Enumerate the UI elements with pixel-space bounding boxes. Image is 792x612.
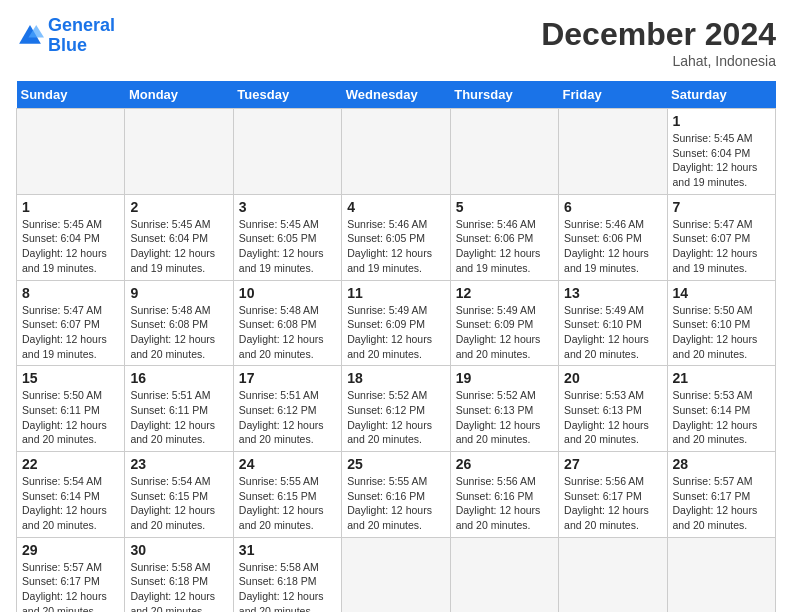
col-header-friday: Friday [559,81,667,109]
day-number: 1 [673,113,770,129]
calendar-cell: 16Sunrise: 5:51 AMSunset: 6:11 PMDayligh… [125,366,233,452]
cell-info: Sunrise: 5:45 AMSunset: 6:04 PMDaylight:… [130,217,227,276]
day-number: 1 [22,199,119,215]
col-header-saturday: Saturday [667,81,775,109]
calendar-week-0: 1Sunrise: 5:45 AMSunset: 6:04 PMDaylight… [17,109,776,195]
day-number: 3 [239,199,336,215]
cell-info: Sunrise: 5:55 AMSunset: 6:15 PMDaylight:… [239,474,336,533]
calendar-cell: 7Sunrise: 5:47 AMSunset: 6:07 PMDaylight… [667,194,775,280]
calendar-cell: 3Sunrise: 5:45 AMSunset: 6:05 PMDaylight… [233,194,341,280]
calendar-cell: 17Sunrise: 5:51 AMSunset: 6:12 PMDayligh… [233,366,341,452]
calendar-week-4: 22Sunrise: 5:54 AMSunset: 6:14 PMDayligh… [17,452,776,538]
day-number: 13 [564,285,661,301]
day-number: 25 [347,456,444,472]
calendar-cell: 23Sunrise: 5:54 AMSunset: 6:15 PMDayligh… [125,452,233,538]
day-number: 2 [130,199,227,215]
calendar-cell: 5Sunrise: 5:46 AMSunset: 6:06 PMDaylight… [450,194,558,280]
cell-info: Sunrise: 5:48 AMSunset: 6:08 PMDaylight:… [130,303,227,362]
cell-info: Sunrise: 5:53 AMSunset: 6:14 PMDaylight:… [673,388,770,447]
day-number: 16 [130,370,227,386]
col-header-wednesday: Wednesday [342,81,450,109]
day-number: 30 [130,542,227,558]
cell-info: Sunrise: 5:50 AMSunset: 6:11 PMDaylight:… [22,388,119,447]
location: Lahat, Indonesia [541,53,776,69]
day-number: 26 [456,456,553,472]
col-header-monday: Monday [125,81,233,109]
calendar-cell: 9Sunrise: 5:48 AMSunset: 6:08 PMDaylight… [125,280,233,366]
cell-info: Sunrise: 5:52 AMSunset: 6:13 PMDaylight:… [456,388,553,447]
cell-info: Sunrise: 5:50 AMSunset: 6:10 PMDaylight:… [673,303,770,362]
calendar-cell: 22Sunrise: 5:54 AMSunset: 6:14 PMDayligh… [17,452,125,538]
cell-info: Sunrise: 5:49 AMSunset: 6:10 PMDaylight:… [564,303,661,362]
calendar-table: SundayMondayTuesdayWednesdayThursdayFrid… [16,81,776,612]
cell-info: Sunrise: 5:51 AMSunset: 6:12 PMDaylight:… [239,388,336,447]
calendar-cell [125,109,233,195]
calendar-cell: 8Sunrise: 5:47 AMSunset: 6:07 PMDaylight… [17,280,125,366]
logo: General Blue [16,16,115,56]
day-number: 5 [456,199,553,215]
day-number: 8 [22,285,119,301]
calendar-week-1: 1Sunrise: 5:45 AMSunset: 6:04 PMDaylight… [17,194,776,280]
calendar-cell: 24Sunrise: 5:55 AMSunset: 6:15 PMDayligh… [233,452,341,538]
day-number: 24 [239,456,336,472]
cell-info: Sunrise: 5:57 AMSunset: 6:17 PMDaylight:… [22,560,119,612]
calendar-cell [233,109,341,195]
calendar-cell: 30Sunrise: 5:58 AMSunset: 6:18 PMDayligh… [125,537,233,612]
calendar-cell [450,537,558,612]
logo-line1: General [48,15,115,35]
cell-info: Sunrise: 5:55 AMSunset: 6:16 PMDaylight:… [347,474,444,533]
day-number: 22 [22,456,119,472]
calendar-cell: 15Sunrise: 5:50 AMSunset: 6:11 PMDayligh… [17,366,125,452]
day-number: 17 [239,370,336,386]
col-header-tuesday: Tuesday [233,81,341,109]
calendar-cell [450,109,558,195]
cell-info: Sunrise: 5:58 AMSunset: 6:18 PMDaylight:… [239,560,336,612]
day-number: 14 [673,285,770,301]
cell-info: Sunrise: 5:47 AMSunset: 6:07 PMDaylight:… [673,217,770,276]
cell-info: Sunrise: 5:53 AMSunset: 6:13 PMDaylight:… [564,388,661,447]
calendar-cell: 10Sunrise: 5:48 AMSunset: 6:08 PMDayligh… [233,280,341,366]
calendar-cell: 20Sunrise: 5:53 AMSunset: 6:13 PMDayligh… [559,366,667,452]
calendar-cell: 19Sunrise: 5:52 AMSunset: 6:13 PMDayligh… [450,366,558,452]
month-title: December 2024 [541,16,776,53]
cell-info: Sunrise: 5:46 AMSunset: 6:06 PMDaylight:… [564,217,661,276]
calendar-cell: 6Sunrise: 5:46 AMSunset: 6:06 PMDaylight… [559,194,667,280]
calendar-cell [559,537,667,612]
logo-line2: Blue [48,36,115,56]
cell-info: Sunrise: 5:49 AMSunset: 6:09 PMDaylight:… [456,303,553,362]
calendar-cell [342,537,450,612]
cell-info: Sunrise: 5:56 AMSunset: 6:16 PMDaylight:… [456,474,553,533]
calendar-cell [342,109,450,195]
day-number: 4 [347,199,444,215]
cell-info: Sunrise: 5:56 AMSunset: 6:17 PMDaylight:… [564,474,661,533]
calendar-cell [559,109,667,195]
day-number: 23 [130,456,227,472]
day-number: 19 [456,370,553,386]
cell-info: Sunrise: 5:45 AMSunset: 6:04 PMDaylight:… [22,217,119,276]
calendar-cell: 11Sunrise: 5:49 AMSunset: 6:09 PMDayligh… [342,280,450,366]
cell-info: Sunrise: 5:47 AMSunset: 6:07 PMDaylight:… [22,303,119,362]
calendar-week-3: 15Sunrise: 5:50 AMSunset: 6:11 PMDayligh… [17,366,776,452]
logo-icon [16,22,44,50]
cell-info: Sunrise: 5:54 AMSunset: 6:15 PMDaylight:… [130,474,227,533]
calendar-cell [17,109,125,195]
calendar-cell: 18Sunrise: 5:52 AMSunset: 6:12 PMDayligh… [342,366,450,452]
calendar-cell [667,537,775,612]
day-number: 28 [673,456,770,472]
cell-info: Sunrise: 5:49 AMSunset: 6:09 PMDaylight:… [347,303,444,362]
day-number: 18 [347,370,444,386]
calendar-week-2: 8Sunrise: 5:47 AMSunset: 6:07 PMDaylight… [17,280,776,366]
day-number: 7 [673,199,770,215]
day-number: 10 [239,285,336,301]
cell-info: Sunrise: 5:48 AMSunset: 6:08 PMDaylight:… [239,303,336,362]
calendar-week-5: 29Sunrise: 5:57 AMSunset: 6:17 PMDayligh… [17,537,776,612]
calendar-cell: 21Sunrise: 5:53 AMSunset: 6:14 PMDayligh… [667,366,775,452]
day-number: 11 [347,285,444,301]
day-number: 31 [239,542,336,558]
cell-info: Sunrise: 5:57 AMSunset: 6:17 PMDaylight:… [673,474,770,533]
cell-info: Sunrise: 5:52 AMSunset: 6:12 PMDaylight:… [347,388,444,447]
col-header-sunday: Sunday [17,81,125,109]
calendar-header-row: SundayMondayTuesdayWednesdayThursdayFrid… [17,81,776,109]
day-number: 15 [22,370,119,386]
calendar-cell: 31Sunrise: 5:58 AMSunset: 6:18 PMDayligh… [233,537,341,612]
